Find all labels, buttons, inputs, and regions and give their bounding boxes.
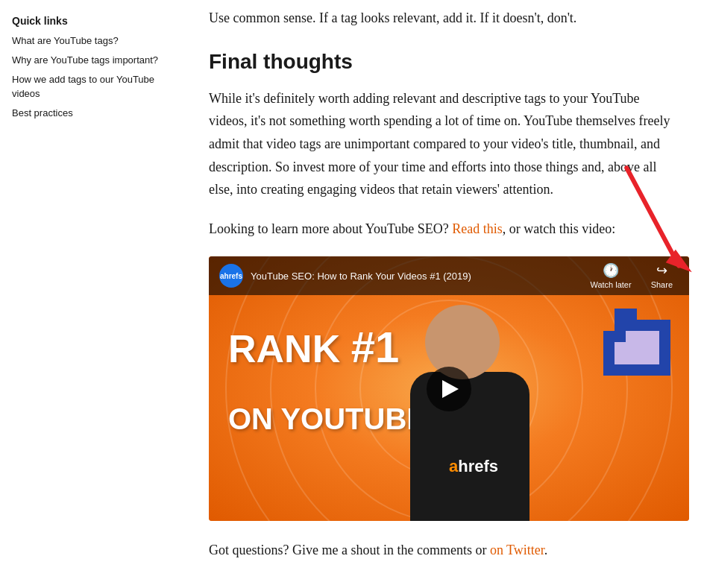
sidebar-item-how-add[interactable]: How we add tags to our YouTube videos [12,73,164,100]
svg-rect-22 [615,353,626,364]
paragraph2-prefix: Looking to learn more about YouTube SEO? [209,221,449,236]
share-icon: ↪ [656,262,667,279]
read-this-link[interactable]: Read this [452,221,503,236]
person-figure: ahrefs [403,342,537,521]
watch-later-icon: 🕐 [603,262,619,279]
thumbs-up-svg [600,301,682,413]
svg-rect-23 [626,353,637,364]
share-button[interactable]: ↪ Share [645,259,679,292]
svg-rect-20 [659,342,670,353]
svg-rect-31 [648,364,659,376]
twitter-link[interactable]: on Twitter [490,543,544,557]
svg-rect-17 [626,342,637,353]
svg-rect-5 [626,320,637,331]
video-wrapper: ahrefs YouTube SEO: How to Rank Your Vid… [209,256,689,521]
svg-rect-4 [615,320,626,331]
svg-rect-7 [648,320,659,331]
svg-rect-6 [637,320,648,331]
watch-later-label: Watch later [590,280,631,289]
svg-rect-12 [637,331,648,342]
svg-rect-28 [615,364,626,376]
sidebar-item-why-important[interactable]: Why are YouTube tags important? [12,54,164,67]
svg-rect-26 [659,353,670,364]
share-label: Share [651,280,673,289]
sidebar-link-what-are-tags[interactable]: What are YouTube tags? [12,34,164,48]
svg-rect-10 [615,331,626,342]
video-top-bar: ahrefs YouTube SEO: How to Rank Your Vid… [209,256,689,295]
svg-rect-14 [659,331,670,342]
sidebar-item-what-are-tags[interactable]: What are YouTube tags? [12,34,164,48]
footer-paragraph: Got questions? Give me a shout in the co… [209,539,671,562]
svg-rect-25 [648,353,659,364]
svg-rect-24 [637,353,648,364]
svg-rect-13 [648,331,659,342]
svg-rect-16 [615,342,626,353]
shirt-brand: ahrefs [418,457,529,476]
paragraph2-suffix: , or watch this video: [503,221,615,236]
svg-rect-30 [637,364,648,376]
svg-rect-27 [603,364,615,376]
final-thoughts-paragraph1: While it's definitely worth adding relev… [209,87,671,201]
channel-avatar: ahrefs [219,264,243,288]
channel-avatar-text: ahrefs [220,272,242,280]
svg-rect-15 [603,342,615,353]
play-button[interactable] [427,367,471,411]
brand-rest: hrefs [458,457,498,475]
svg-rect-19 [648,342,659,353]
svg-rect-11 [626,331,637,342]
video-title: YouTube SEO: How to Rank Your Videos #1 … [251,271,576,282]
svg-rect-3 [626,309,637,320]
svg-rect-32 [659,364,670,376]
final-thoughts-paragraph2: Looking to learn more about YouTube SEO?… [209,218,671,241]
sidebar-link-how-add[interactable]: How we add tags to our YouTube videos [12,73,164,100]
final-thoughts-heading: Final thoughts [209,50,671,74]
sidebar-item-best-practices[interactable]: Best practices [12,107,164,120]
video-embed[interactable]: ahrefs YouTube SEO: How to Rank Your Vid… [209,256,689,521]
pixel-thumbs-icon [600,301,682,413]
svg-rect-9 [603,331,615,342]
quick-links-nav: What are YouTube tags? Why are YouTube t… [12,34,164,120]
sidebar-title: Quick links [12,15,164,27]
svg-rect-8 [659,320,670,331]
sidebar-link-why-important[interactable]: Why are YouTube tags important? [12,54,164,67]
footer-text-prefix: Got questions? Give me a shout in the co… [209,543,486,557]
brand-a: a [449,457,458,475]
main-content: Use common sense. If a tag looks relevan… [179,0,701,588]
svg-rect-18 [637,342,648,353]
svg-rect-2 [615,309,626,320]
watch-later-button[interactable]: 🕐 Watch later [584,259,637,292]
sidebar: Quick links What are YouTube tags? Why a… [0,0,179,588]
person-head [425,305,500,379]
intro-paragraph: Use common sense. If a tag looks relevan… [209,0,671,29]
svg-rect-21 [603,353,615,364]
footer-end: . [544,543,548,557]
svg-rect-29 [626,364,637,376]
play-triangle-icon [442,380,459,398]
sidebar-nav-list: What are YouTube tags? Why are YouTube t… [12,34,164,120]
sidebar-link-best-practices[interactable]: Best practices [12,107,164,120]
